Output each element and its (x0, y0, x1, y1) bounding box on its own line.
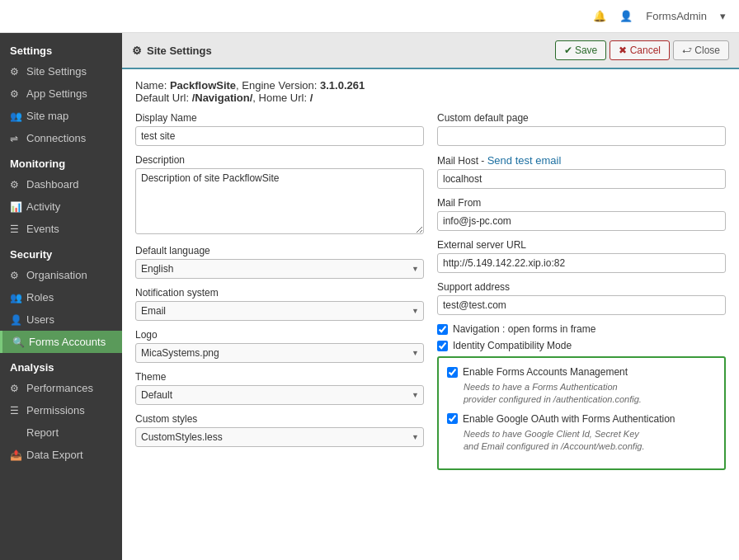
save-button[interactable]: ✔ Save (555, 40, 607, 60)
logo-group: Logo MicaSystems.png default.png (135, 329, 424, 363)
logo-label: Logo (135, 329, 424, 341)
organisation-icon: ⚙ (10, 270, 21, 281)
events-icon: ☰ (10, 224, 21, 235)
sidebar-item-users[interactable]: 👤 Users (0, 308, 122, 331)
analysis-section-title: Analysis (0, 353, 122, 377)
dashboard-icon: ⚙ (10, 179, 21, 191)
display-name-input[interactable] (135, 126, 424, 146)
enable-forms-accounts-checkbox[interactable] (447, 367, 458, 378)
default-url-label: Default Url: (135, 92, 192, 104)
logo-select[interactable]: MicaSystems.png default.png (135, 343, 424, 363)
mail-host-group: Mail Host - Send test email (437, 154, 726, 189)
form-left-column: Display Name Description Description of … (135, 112, 424, 470)
sidebar-item-dashboard[interactable]: ⚙ Dashboard (0, 173, 122, 195)
content-header-title: ⚙ Site Settings (132, 45, 212, 57)
enable-google-oauth-hint: Needs to have Google Client Id, Secret K… (464, 428, 716, 454)
mail-host-label: Mail Host - Send test email (437, 154, 726, 167)
performances-icon: ⚙ (10, 383, 21, 394)
support-address-group: Support address (437, 281, 726, 315)
activity-icon: 📊 (10, 201, 21, 213)
form-area: Name: PackflowSite, Engine Version: 3.1.… (122, 69, 739, 560)
sidebar-item-data-export[interactable]: 📤 Data Export (0, 444, 122, 466)
site-name-label: Name: (135, 79, 170, 92)
engine-version-value: 3.1.0.261 (320, 79, 365, 92)
default-language-select[interactable]: English French German Spanish (135, 259, 424, 279)
settings-section-title: Settings (0, 36, 122, 60)
custom-default-page-group: Custom default page (437, 112, 726, 146)
sidebar-item-activity[interactable]: 📊 Activity (0, 195, 122, 218)
form-right-column: Custom default page Mail Host - Send tes… (437, 112, 726, 470)
default-url-value: /Navigation/ (192, 92, 253, 104)
send-test-email-link[interactable]: Send test email (487, 154, 562, 167)
description-input[interactable]: Description of site PackflowSite (135, 168, 424, 234)
settings-icon: ⚙ (132, 45, 142, 57)
sidebar-item-events[interactable]: ☰ Events (0, 218, 122, 240)
connections-icon: ⇌ (10, 133, 21, 144)
description-group: Description Description of site Packflow… (135, 154, 424, 237)
header-buttons: ✔ Save ✖ Cancel ⮐ Close (555, 40, 729, 60)
site-settings-icon: ⚙ (10, 66, 21, 78)
mail-from-group: Mail From (437, 197, 726, 231)
enable-google-oauth-group: Enable Google OAuth with Forms Authentic… (447, 413, 716, 425)
sidebar-item-forms-accounts[interactable]: 🔍 Forms Accounts (0, 331, 122, 353)
sidebar-item-app-settings[interactable]: ⚙ App Settings (0, 82, 122, 105)
notification-system-label: Notification system (135, 287, 424, 299)
custom-styles-select[interactable]: CustomStyles.less None (135, 427, 424, 447)
enable-google-oauth-checkbox[interactable] (447, 413, 458, 424)
theme-select[interactable]: Default Dark Light (135, 385, 424, 405)
sidebar-item-performances[interactable]: ⚙ Performances (0, 377, 122, 399)
support-address-input[interactable] (437, 295, 726, 315)
custom-styles-label: Custom styles (135, 413, 424, 425)
default-language-group: Default language English French German S… (135, 245, 424, 279)
sidebar-item-permissions[interactable]: ☰ Permissions (0, 399, 122, 421)
notification-system-select-wrapper: Email SMS None (135, 301, 424, 321)
identity-compat-label: Identity Compatibility Mode (453, 340, 572, 351)
mail-from-input[interactable] (437, 211, 726, 231)
external-server-url-input[interactable] (437, 253, 726, 273)
site-name-value: PackflowSite (170, 79, 236, 92)
nav-open-forms-label: Navigation : open forms in frame (453, 323, 595, 335)
nav-open-forms-group: Navigation : open forms in frame (437, 323, 726, 335)
forms-accounts-icon: 🔍 (12, 336, 24, 348)
sidebar-item-organisation[interactable]: ⚙ Organisation (0, 264, 122, 286)
sidebar-item-connections[interactable]: ⇌ Connections (0, 127, 122, 149)
display-name-label: Display Name (135, 112, 424, 124)
identity-compat-checkbox[interactable] (437, 341, 448, 351)
user-icon: 👤 (619, 10, 633, 22)
sidebar-item-site-map[interactable]: 👥 Site map (0, 105, 122, 127)
close-button[interactable]: ⮐ Close (673, 40, 729, 60)
user-dropdown-icon[interactable]: ▾ (720, 10, 726, 22)
theme-label: Theme (135, 371, 424, 383)
home-url-value: / (310, 92, 313, 104)
notification-bell-icon[interactable]: 🔔 (593, 10, 606, 22)
external-server-url-group: External server URL (437, 239, 726, 273)
support-address-label: Support address (437, 281, 726, 293)
username-label[interactable]: FormsAdmin (646, 10, 707, 22)
custom-default-page-label: Custom default page (437, 112, 726, 124)
nav-open-forms-checkbox[interactable] (437, 324, 448, 335)
permissions-icon: ☰ (10, 405, 21, 416)
enable-forms-accounts-group: Enable Forms Accounts Management (447, 366, 716, 378)
custom-default-page-input[interactable] (437, 126, 726, 146)
cancel-button[interactable]: ✖ Cancel (610, 40, 670, 60)
logo-select-wrapper: MicaSystems.png default.png (135, 343, 424, 363)
mail-host-input[interactable] (437, 169, 726, 189)
app-settings-icon: ⚙ (10, 88, 21, 100)
sidebar-item-roles[interactable]: 👥 Roles (0, 286, 122, 308)
form-columns: Display Name Description Description of … (135, 112, 726, 470)
display-name-group: Display Name (135, 112, 424, 146)
notification-system-select[interactable]: Email SMS None (135, 301, 424, 321)
enable-google-oauth-label: Enable Google OAuth with Forms Authentic… (463, 413, 675, 425)
top-bar-right: 🔔 👤 FormsAdmin ▾ (593, 10, 726, 22)
data-export-icon: 📤 (10, 449, 21, 461)
enable-forms-accounts-label: Enable Forms Accounts Management (463, 366, 628, 378)
external-server-url-label: External server URL (437, 239, 726, 251)
site-info: Name: PackflowSite, Engine Version: 3.1.… (135, 79, 726, 104)
sidebar-item-report[interactable]: Report (0, 421, 122, 444)
main-content: ⚙ Site Settings ✔ Save ✖ Cancel ⮐ Close … (122, 33, 739, 560)
top-bar: 🔔 👤 FormsAdmin ▾ (0, 0, 739, 33)
default-language-label: Default language (135, 245, 424, 256)
roles-icon: 👥 (10, 292, 21, 304)
enable-forms-accounts-hint: Needs to have a Forms Authenticationprov… (464, 381, 716, 407)
sidebar-item-site-settings[interactable]: ⚙ Site Settings (0, 60, 122, 82)
